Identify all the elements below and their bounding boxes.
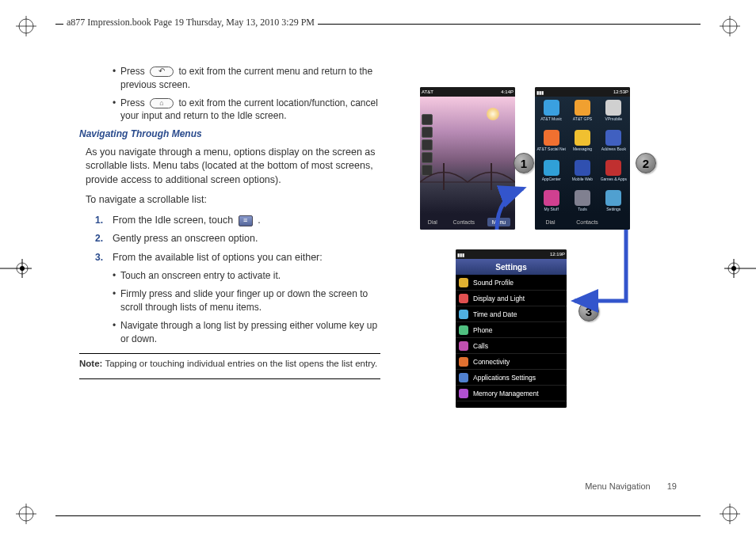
list-item: Display and Light [456, 291, 567, 306]
app-icon: My Stuff [536, 190, 566, 219]
bullet-dot: • [113, 65, 120, 92]
app-label: Games & Apps [601, 177, 627, 181]
crop-mark-bl [16, 504, 36, 524]
bullet-pre: Press [120, 66, 145, 77]
crop-mark-tl [16, 16, 36, 36]
paragraph: As you navigate through a menu, options … [86, 146, 380, 188]
bullet-dot: • [113, 287, 120, 314]
app-icon: VPmobile [599, 100, 628, 128]
app-glyph-icon [544, 160, 559, 176]
step-number: 2. [95, 232, 113, 246]
note: Note: Tapping or touching individual ent… [79, 357, 380, 370]
app-label: Settings [606, 207, 620, 211]
softkey-left: Dial [545, 219, 555, 225]
list-item: Time and Date [456, 306, 567, 322]
list-item: Memory Management [456, 386, 567, 401]
step-pre: From the Idle screen, touch [113, 215, 236, 226]
list-item-label: Memory Management [473, 390, 539, 397]
app-icon: AT&T Social Net [536, 130, 566, 158]
note-body: Tapping or touching individual entries o… [102, 359, 377, 368]
list-item-icon [459, 389, 468, 398]
app-label: Mobile Web [572, 177, 593, 181]
carrier-label: AT&T [422, 89, 433, 94]
screen-title: Settings [456, 259, 567, 275]
step-number: 1. [95, 214, 113, 228]
clock: 12:53P [613, 89, 628, 94]
list-item-icon [459, 294, 468, 303]
step-number: 3. [95, 251, 113, 265]
text-column: • Press to exit from the current menu an… [79, 63, 380, 382]
list-item: Applications Settings [456, 370, 567, 386]
page-footer: Menu Navigation 19 [585, 481, 677, 491]
list-item: Sound Profile [456, 275, 567, 291]
softkey-left: Dial [425, 218, 441, 226]
callout-badge-1: 1 [514, 153, 534, 173]
softkey-contacts: Contacts [449, 218, 478, 226]
list-item-label: Applications Settings [473, 374, 536, 382]
reg-mark-left [0, 253, 32, 287]
widget-icon [422, 127, 433, 138]
list-item-label: Sound Profile [473, 279, 514, 287]
app-label: Address Book [601, 146, 626, 151]
widget-icon [422, 139, 433, 150]
app-label: AppCenter [542, 177, 561, 181]
settings-list: Sound ProfileDisplay and LightTime and D… [456, 275, 567, 408]
softkey-mid: Contacts [576, 219, 598, 225]
app-icon: AT&T GPS [567, 100, 597, 128]
app-icon: Tools [567, 190, 597, 219]
app-label: Tools [578, 207, 587, 211]
note-rule-bottom [79, 378, 380, 379]
app-icon: Settings [599, 190, 628, 219]
app-label: Messaging [573, 146, 592, 151]
footer-page-number: 19 [667, 481, 677, 491]
sub-bullet-list: • Touch an onscreen entry to activate it… [113, 269, 380, 345]
list-item-icon [459, 373, 468, 382]
app-icon: Games & Apps [599, 160, 628, 188]
section-heading: Navigating Through Menus [79, 127, 380, 141]
menu-key-icon [239, 215, 253, 226]
back-key-icon [150, 67, 174, 77]
footer-rule [55, 515, 701, 516]
bullet-text: Press to exit from the current menu and … [120, 65, 380, 92]
list-item-icon [459, 325, 468, 335]
bullet-text: Touch an onscreen entry to activate it. [120, 269, 380, 283]
bullet-pre: Press [120, 97, 145, 108]
bullet-dot: • [113, 269, 120, 283]
list-item-icon [459, 357, 468, 367]
status-bar: ▮▮▮ 12:19P [456, 249, 567, 259]
list-item-icon [459, 310, 468, 319]
step-post: . [258, 215, 260, 226]
app-glyph-icon [544, 190, 559, 206]
app-glyph-icon [575, 190, 590, 206]
app-glyph-icon [605, 100, 621, 116]
list-item-label: Connectivity [473, 358, 510, 366]
arrow-2 [567, 226, 638, 316]
app-label: AT&T Social Net [536, 146, 566, 151]
paragraph: To navigate a scrollable list: [86, 193, 380, 207]
list-item-label: Time and Date [473, 310, 517, 318]
list-item-label: Display and Light [473, 295, 525, 302]
step-text: From the Idle screen, touch . [113, 214, 380, 228]
bullet-text: Firmly press and slide your finger up or… [120, 287, 380, 314]
bullet-text: Press to exit from the current location/… [120, 97, 380, 124]
step-text: Gently press an onscreen option. [113, 232, 380, 246]
clock: 4:14P [501, 89, 514, 94]
bullet-dot: • [113, 97, 120, 124]
note-rule-top [79, 353, 380, 354]
app-glyph-icon [605, 190, 621, 206]
bullet-text: Navigate through a long list by pressing… [120, 319, 380, 346]
arrow-1 [487, 182, 535, 241]
app-glyph-icon [575, 160, 590, 176]
app-icon: Address Book [599, 130, 628, 158]
app-label: AT&T GPS [573, 116, 592, 121]
widget-icon [422, 114, 433, 125]
bullet-item: • Touch an onscreen entry to activate it… [113, 269, 380, 283]
status-bar: AT&T 4:14P [420, 87, 515, 97]
ordered-list: 1. From the Idle screen, touch . 2. Gent… [95, 214, 380, 265]
list-item: Connectivity [456, 354, 567, 370]
reg-mark-right [724, 253, 756, 287]
home-key-icon [150, 98, 174, 108]
app-label: My Stuff [544, 207, 559, 211]
list-item: 2. Gently press an onscreen option. [95, 232, 380, 246]
crop-mark-tr [720, 16, 740, 36]
